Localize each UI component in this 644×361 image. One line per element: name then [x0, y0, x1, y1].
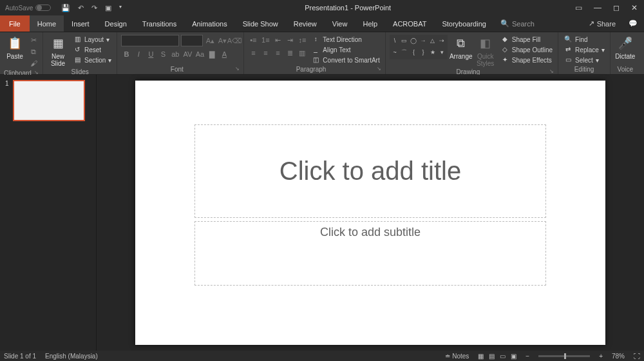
- zoom-slider[interactable]: [538, 355, 590, 357]
- maximize-icon[interactable]: ◻: [613, 3, 620, 12]
- spacing-icon[interactable]: AV: [182, 49, 193, 59]
- slide-thumbnail-1[interactable]: [13, 80, 85, 121]
- close-icon[interactable]: ✕: [631, 3, 638, 12]
- subtitle-placeholder[interactable]: Click to add subtitle: [194, 221, 546, 286]
- font-color-icon[interactable]: A: [219, 49, 229, 59]
- tab-review[interactable]: Review: [286, 15, 325, 32]
- layout-button[interactable]: ▥Layout ▾: [71, 35, 113, 44]
- zoom-in-icon[interactable]: +: [599, 353, 603, 360]
- bullets-icon[interactable]: •≡: [248, 35, 258, 45]
- undo-icon[interactable]: ↶: [78, 4, 84, 12]
- status-language[interactable]: English (Malaysia): [45, 353, 98, 360]
- bold-icon[interactable]: B: [121, 49, 131, 59]
- shape-star-icon[interactable]: ★: [428, 48, 437, 58]
- indent-dec-icon[interactable]: ⇤: [272, 35, 283, 45]
- start-slideshow-icon[interactable]: ▣: [105, 4, 111, 12]
- tab-animations[interactable]: Animations: [184, 15, 234, 32]
- align-left-icon[interactable]: ≡: [248, 48, 258, 58]
- shape-oval-icon[interactable]: ◯: [410, 36, 418, 46]
- shape-arc-icon[interactable]: ⌒: [400, 48, 408, 58]
- shape-more-icon[interactable]: ⇢: [438, 36, 446, 46]
- shape-outline-button[interactable]: ◇Shape Outline: [499, 45, 554, 54]
- grow-font-icon[interactable]: A▴: [205, 35, 215, 46]
- tab-home[interactable]: Home: [30, 15, 64, 32]
- notes-button[interactable]: ≐ Notes: [445, 353, 469, 360]
- line-spacing-icon[interactable]: ↕≡: [297, 35, 307, 45]
- save-icon[interactable]: 💾: [61, 4, 70, 12]
- case-icon[interactable]: Aa: [194, 49, 205, 59]
- tab-transitions[interactable]: Transitions: [135, 15, 184, 32]
- slideshow-view-icon[interactable]: ▣: [511, 353, 516, 360]
- paste-button[interactable]: 📋 Paste: [4, 35, 26, 60]
- fit-window-icon[interactable]: ⛶: [634, 353, 640, 360]
- tab-design[interactable]: Design: [97, 15, 135, 32]
- shape-tri-icon[interactable]: △: [428, 36, 437, 46]
- shape-brace-icon[interactable]: {: [410, 48, 418, 58]
- shapes-gallery[interactable]: \▭◯→△⇢ ~⌒{}★▾: [390, 35, 448, 59]
- italic-icon[interactable]: I: [133, 49, 144, 59]
- reading-view-icon[interactable]: ▭: [500, 353, 506, 360]
- drawing-launcher-icon[interactable]: ↘: [549, 68, 554, 74]
- shape-curve-icon[interactable]: ~: [391, 48, 399, 58]
- shape-line-icon[interactable]: \: [391, 36, 399, 46]
- minimize-icon[interactable]: —: [594, 3, 601, 12]
- justify-icon[interactable]: ≣: [285, 48, 295, 58]
- dictate-button[interactable]: 🎤 Dictate: [614, 35, 636, 60]
- font-family-input[interactable]: [121, 35, 179, 46]
- status-slide-count[interactable]: Slide 1 of 1: [4, 353, 36, 360]
- autosave-toggle[interactable]: [35, 5, 51, 11]
- select-button[interactable]: ▭Select ▾: [562, 55, 606, 64]
- share-button[interactable]: ↗ Share: [582, 15, 622, 32]
- section-button[interactable]: ▤Section ▾: [71, 55, 113, 64]
- align-center-icon[interactable]: ≡: [260, 48, 270, 58]
- comments-button[interactable]: 💬: [622, 15, 644, 32]
- shape-expand-icon[interactable]: ▾: [438, 48, 446, 58]
- zoom-out-icon[interactable]: −: [526, 353, 529, 360]
- reset-button[interactable]: ↺Reset: [71, 45, 113, 54]
- convert-smartart-button[interactable]: ◫Convert to SmartArt: [310, 55, 381, 64]
- tab-slideshow[interactable]: Slide Show: [235, 15, 286, 32]
- replace-button[interactable]: ⇄Replace ▾: [562, 45, 606, 54]
- autosave[interactable]: AutoSave: [0, 5, 56, 12]
- shape-effects-button[interactable]: ✦Shape Effects: [499, 55, 554, 64]
- arrange-button[interactable]: ⧉ Arrange: [450, 35, 472, 60]
- indent-inc-icon[interactable]: ⇥: [285, 35, 295, 45]
- shrink-font-icon[interactable]: A▾: [217, 35, 227, 46]
- title-placeholder[interactable]: Click to add title: [194, 124, 546, 218]
- quick-styles-button[interactable]: ◧ Quick Styles: [475, 35, 497, 67]
- slide-canvas-area[interactable]: Click to add title Click to add subtitle: [97, 75, 644, 351]
- font-size-input[interactable]: [181, 35, 203, 46]
- shape-fill-button[interactable]: ◆Shape Fill: [499, 35, 554, 44]
- underline-icon[interactable]: U: [146, 49, 156, 59]
- shadow-icon[interactable]: ab: [170, 49, 180, 59]
- align-text-button[interactable]: ⎯Align Text: [310, 45, 381, 54]
- paragraph-launcher-icon[interactable]: ↘: [377, 66, 381, 72]
- tab-storyboarding[interactable]: Storyboarding: [434, 15, 494, 32]
- redo-icon[interactable]: ↷: [91, 4, 97, 12]
- numbering-icon[interactable]: 1≡: [260, 35, 270, 45]
- qat-more-icon[interactable]: ▾: [119, 4, 122, 12]
- find-button[interactable]: 🔍Find: [562, 35, 606, 44]
- shape-brace2-icon[interactable]: }: [419, 48, 428, 58]
- tab-view[interactable]: View: [325, 15, 355, 32]
- text-direction-button[interactable]: ↕Text Direction: [310, 35, 381, 44]
- shape-rect-icon[interactable]: ▭: [400, 36, 408, 46]
- tab-insert[interactable]: Insert: [64, 15, 97, 32]
- font-launcher-icon[interactable]: ↘: [235, 66, 240, 72]
- zoom-level[interactable]: 78%: [612, 353, 625, 360]
- tab-file[interactable]: File: [0, 15, 30, 32]
- copy-icon[interactable]: ⧉: [28, 46, 39, 57]
- highlight-icon[interactable]: ▇: [207, 49, 217, 59]
- cut-icon[interactable]: ✂: [28, 35, 39, 45]
- tab-help[interactable]: Help: [355, 15, 385, 32]
- normal-view-icon[interactable]: ▦: [478, 353, 484, 360]
- clear-format-icon[interactable]: A⌫: [229, 35, 240, 46]
- align-right-icon[interactable]: ≡: [272, 48, 283, 58]
- tell-me-search[interactable]: 🔍 Search: [494, 15, 541, 32]
- ribbon-options-icon[interactable]: ▭: [575, 3, 582, 12]
- sorter-view-icon[interactable]: ▤: [489, 353, 495, 360]
- strike-icon[interactable]: S: [158, 49, 168, 59]
- columns-icon[interactable]: ▥: [297, 48, 307, 58]
- shape-arrow-icon[interactable]: →: [419, 36, 428, 46]
- new-slide-button[interactable]: ▦ New Slide: [47, 35, 69, 67]
